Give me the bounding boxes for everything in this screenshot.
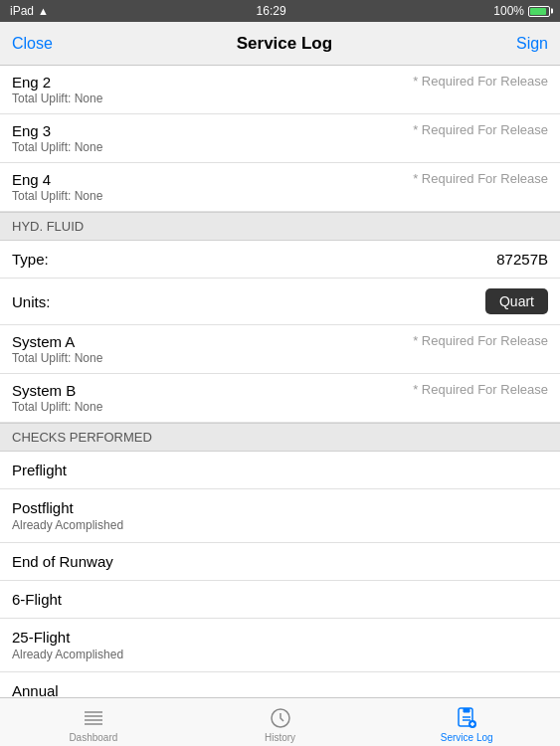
eng3-title: Eng 3	[12, 122, 102, 139]
system-a-title: System A	[12, 333, 102, 350]
battery-percent: 100%	[493, 4, 524, 18]
eng4-title: Eng 4	[12, 171, 102, 188]
hyd-fluid-header: HYD. FLUID	[0, 212, 560, 241]
status-bar: iPad ▲ 16:29 100%	[0, 0, 560, 22]
annual-title: Annual	[12, 682, 548, 697]
system-a-subtitle: Total Uplift: None	[12, 351, 102, 365]
battery-icon	[528, 6, 550, 17]
type-value: 87257B	[496, 251, 548, 268]
sign-button[interactable]: Sign	[516, 35, 548, 53]
eng2-required: * Required For Release	[399, 74, 548, 89]
service-log-icon	[455, 706, 478, 730]
25-flight-row[interactable]: 25-Flight Already Acomplished	[0, 619, 560, 672]
eng2-row[interactable]: Eng 2 Total Uplift: None * Required For …	[0, 66, 560, 114]
tab-history[interactable]: History	[187, 702, 374, 743]
postflight-subtitle: Already Acomplished	[12, 518, 548, 532]
end-of-runway-title: End of Runway	[12, 553, 548, 570]
eng2-subtitle: Total Uplift: None	[12, 92, 102, 105]
eng3-required: * Required For Release	[399, 122, 548, 137]
25-flight-subtitle: Already Acomplished	[12, 648, 548, 661]
history-icon	[269, 706, 292, 730]
25-flight-title: 25-Flight	[12, 629, 548, 646]
preflight-row[interactable]: Preflight	[0, 452, 560, 489]
tab-bar: Dashboard History Service Log	[0, 697, 560, 746]
end-of-runway-row[interactable]: End of Runway	[0, 543, 560, 581]
tab-dashboard[interactable]: Dashboard	[0, 702, 187, 743]
postflight-title: Postflight	[12, 499, 548, 516]
eng4-subtitle: Total Uplift: None	[12, 189, 102, 203]
type-row[interactable]: Type: 87257B	[0, 241, 560, 279]
tab-service-log-label: Service Log	[441, 732, 493, 743]
eng2-title: Eng 2	[12, 74, 102, 91]
6-flight-row[interactable]: 6-Flight	[0, 581, 560, 619]
preflight-title: Preflight	[12, 462, 548, 478]
system-b-subtitle: Total Uplift: None	[12, 400, 102, 414]
postflight-row[interactable]: Postflight Already Acomplished	[0, 489, 560, 543]
system-a-row[interactable]: System A Total Uplift: None * Required F…	[0, 325, 560, 374]
time-label: 16:29	[257, 4, 286, 18]
content-scroll: Eng 2 Total Uplift: None * Required For …	[0, 66, 560, 697]
tab-dashboard-label: Dashboard	[69, 732, 117, 743]
tab-service-log[interactable]: Service Log	[373, 702, 560, 743]
6-flight-title: 6-Flight	[12, 591, 548, 608]
eng4-required: * Required For Release	[399, 171, 548, 186]
annual-row[interactable]: Annual Already Acomplished	[0, 672, 560, 697]
wifi-icon: ▲	[38, 5, 49, 17]
eng4-row[interactable]: Eng 4 Total Uplift: None * Required For …	[0, 163, 560, 212]
tab-history-label: History	[265, 732, 295, 743]
eng3-row[interactable]: Eng 3 Total Uplift: None * Required For …	[0, 114, 560, 163]
system-b-required: * Required For Release	[399, 382, 548, 397]
dashboard-icon	[82, 706, 105, 730]
nav-bar: Close Service Log Sign	[0, 22, 560, 66]
eng3-subtitle: Total Uplift: None	[12, 140, 102, 154]
type-label: Type:	[12, 251, 49, 268]
device-label: iPad	[10, 4, 34, 18]
units-label: Units:	[12, 293, 50, 310]
system-b-row[interactable]: System B Total Uplift: None * Required F…	[0, 374, 560, 423]
system-b-title: System B	[12, 382, 102, 399]
checks-header: CHECKS PERFORMED	[0, 423, 560, 452]
close-button[interactable]: Close	[12, 35, 53, 53]
quart-button[interactable]: Quart	[485, 288, 548, 314]
units-row[interactable]: Units: Quart	[0, 279, 560, 325]
system-a-required: * Required For Release	[399, 333, 548, 348]
nav-title: Service Log	[237, 34, 332, 54]
